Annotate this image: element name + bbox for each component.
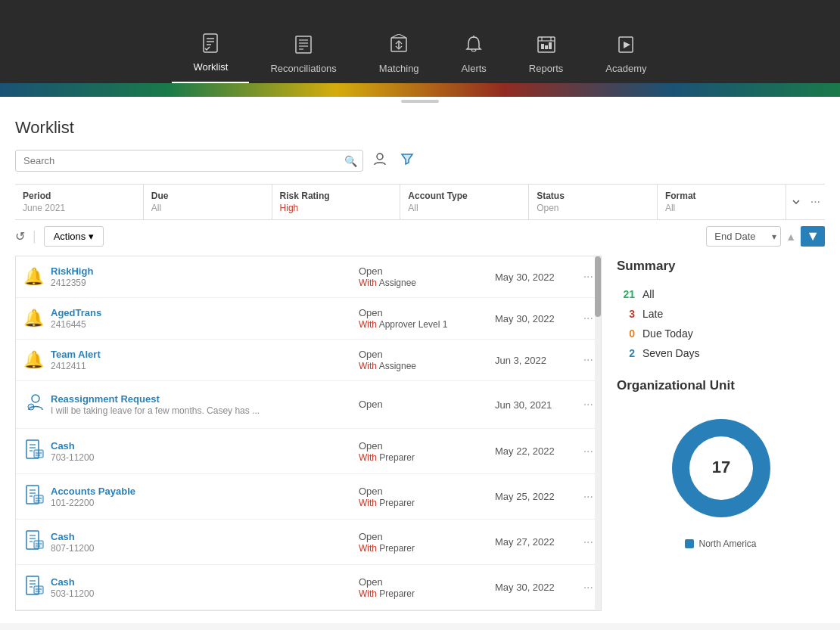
list-item[interactable]: Cash 503-11200 Open With Preparer May 30… <box>16 565 601 610</box>
filter-more-btn[interactable]: ··· <box>806 185 825 219</box>
svg-rect-4 <box>296 36 311 53</box>
nav-matching[interactable]: Matching <box>358 34 440 83</box>
nav-worklist[interactable]: Worklist <box>172 33 249 83</box>
sum-label-seven: Seven Days <box>642 347 699 359</box>
item-icon-doc <box>23 529 51 555</box>
item-id: 2416445 <box>51 319 359 330</box>
item-info: Cash 703-11200 <box>51 440 359 463</box>
sort-desc-button[interactable]: ▼ <box>801 226 825 247</box>
worklist-scroll: 🔔 RiskHigh 2412359 Open With Assignee Ma… <box>16 256 601 610</box>
item-status-sub: With Approver Level 1 <box>359 319 495 330</box>
svg-point-22 <box>32 395 39 402</box>
item-name: Cash <box>51 440 359 452</box>
sort-select[interactable]: End Date Start Date Name Status <box>706 226 781 247</box>
doc-icon <box>23 538 46 554</box>
item-icon-bell: 🔔 <box>23 267 51 287</box>
summary-item-seven[interactable]: 2 Seven Days <box>617 343 825 363</box>
nav-alerts-label: Alerts <box>462 63 487 74</box>
sum-label-all: All <box>642 288 655 300</box>
bell-icon: 🔔 <box>23 350 44 369</box>
bell-icon: 🔔 <box>23 309 44 327</box>
item-more-btn[interactable]: ··· <box>571 312 593 325</box>
filter-risk[interactable]: Risk Rating High <box>272 185 401 219</box>
filter-icon[interactable] <box>397 148 418 173</box>
item-more-btn[interactable]: ··· <box>571 270 593 284</box>
nav-academy[interactable]: Academy <box>584 34 667 83</box>
list-item[interactable]: Accounts Payable 101-22200 Open With Pre… <box>16 474 601 520</box>
svg-rect-18 <box>549 42 552 49</box>
summary-item-all[interactable]: 21 All <box>617 284 825 304</box>
filter-status[interactable]: Status Open <box>529 185 658 219</box>
item-more-btn[interactable]: ··· <box>571 490 593 504</box>
user-filter-icon[interactable] <box>369 148 390 173</box>
svg-text:17: 17 <box>711 458 730 476</box>
nav-alerts[interactable]: Alerts <box>440 34 508 83</box>
list-item[interactable]: Cash 703-11200 Open With Preparer May 22… <box>16 429 601 474</box>
org-unit-title: Organizational Unit <box>617 378 825 393</box>
filter-format-label: Format <box>665 191 778 201</box>
item-status-text: Open <box>359 531 495 542</box>
item-more-btn[interactable]: ··· <box>571 535 593 549</box>
legend-color-dot <box>685 539 694 548</box>
nav-academy-label: Academy <box>605 63 646 74</box>
actions-row: ↺ | Actions ▾ End Date Start Date Name S… <box>15 220 825 253</box>
filter-due-value: All <box>151 203 264 213</box>
search-icon[interactable]: 🔍 <box>344 155 357 167</box>
list-item[interactable]: 🔔 RiskHigh 2412359 Open With Assignee Ma… <box>16 256 601 298</box>
item-id: 503-11200 <box>51 588 359 599</box>
item-more-btn[interactable]: ··· <box>571 445 593 458</box>
item-date: May 27, 2022 <box>495 536 571 548</box>
filter-period[interactable]: Period June 2021 <box>15 185 144 219</box>
search-input-wrap: 🔍 <box>15 150 363 172</box>
bell-icon: 🔔 <box>23 267 44 286</box>
item-status: Open With Preparer <box>359 440 495 463</box>
actions-button[interactable]: Actions ▾ <box>44 226 104 247</box>
filter-status-label: Status <box>537 191 649 201</box>
list-item[interactable]: ↔ Reassignment Request I will be taking … <box>16 381 601 429</box>
search-bar: 🔍 <box>15 148 825 173</box>
item-status-sub: With Preparer <box>359 498 495 508</box>
sum-label-today: Due Today <box>642 327 693 340</box>
svg-rect-16 <box>541 44 544 49</box>
item-status: Open With Preparer <box>359 576 495 599</box>
filters-row: Period June 2021 Due All Risk Rating Hig… <box>15 184 825 220</box>
filter-format[interactable]: Format All <box>658 185 786 219</box>
filter-period-label: Period <box>23 191 135 201</box>
filter-risk-label: Risk Rating <box>280 191 393 201</box>
alerts-icon <box>463 34 484 58</box>
main-content: Worklist 🔍 Period June 2021 Due All Risk… <box>0 106 840 623</box>
nav-reports[interactable]: Reports <box>508 34 585 83</box>
svg-point-21 <box>377 154 383 160</box>
item-status-text: Open <box>359 265 495 277</box>
refresh-button[interactable]: ↺ <box>15 229 25 244</box>
filter-due[interactable]: Due All <box>144 185 272 219</box>
filter-period-value: June 2021 <box>23 203 135 213</box>
list-item[interactable]: 🔔 AgedTrans 2416445 Open With Approver L… <box>16 298 601 340</box>
nav-reconciliations[interactable]: Reconciliations <box>249 34 357 83</box>
filter-expand-btn[interactable] <box>786 185 806 219</box>
search-input[interactable] <box>15 150 363 172</box>
filter-account[interactable]: Account Type All <box>400 185 529 219</box>
doc-icon <box>23 447 46 464</box>
nav-reports-label: Reports <box>529 63 564 74</box>
item-info: AgedTrans 2416445 <box>51 307 359 330</box>
filter-risk-value: High <box>280 203 393 213</box>
item-more-btn[interactable]: ··· <box>571 353 593 367</box>
item-icon-person: ↔ <box>23 390 51 419</box>
list-item[interactable]: Cash 807-11200 Open With Preparer May 27… <box>16 520 601 565</box>
sort-asc-button[interactable]: ▲ <box>786 231 796 243</box>
item-date: Jun 30, 2021 <box>495 399 571 411</box>
list-item[interactable]: 🔔 Team Alert 2412411 Open With Assignee … <box>16 340 601 381</box>
scrollbar-track[interactable] <box>595 256 601 610</box>
item-date: May 30, 2022 <box>495 582 571 593</box>
summary-item-late[interactable]: 3 Late <box>617 304 825 324</box>
scrollbar-thumb[interactable] <box>595 256 601 317</box>
item-status-sub: With Preparer <box>359 588 495 599</box>
sum-count-all: 21 <box>617 288 635 300</box>
item-name: Cash <box>51 531 359 542</box>
item-more-btn[interactable]: ··· <box>571 581 593 594</box>
item-more-btn[interactable]: ··· <box>571 398 593 411</box>
summary-item-today[interactable]: 0 Due Today <box>617 324 825 343</box>
item-name: Reassignment Request <box>51 393 359 405</box>
item-status-sub: With Preparer <box>359 543 495 554</box>
